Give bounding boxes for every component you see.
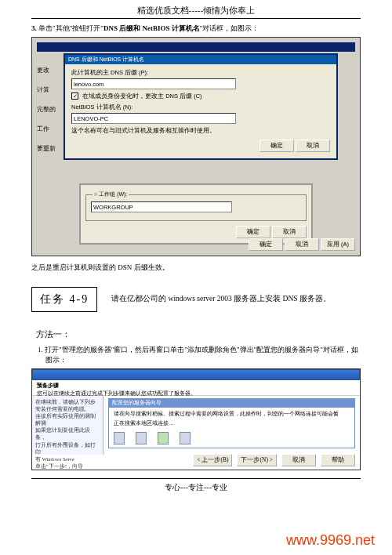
netbios-note: 这个名称可在与旧式计算机及服务相互操作时使用。 xyxy=(71,127,330,135)
netbios-input[interactable] xyxy=(71,113,236,124)
cancel-button[interactable]: 取消 xyxy=(296,140,330,152)
dns-dialog-title: DNS 后缀和 NetBIOS 计算机名 xyxy=(65,55,336,64)
workgroup-dialog: ○ 工作组 (W): 确定 取消 xyxy=(79,183,313,245)
next-button[interactable]: 下一步(N) > xyxy=(237,454,277,466)
workgroup-radio-label[interactable]: ○ 工作组 (W): xyxy=(93,190,129,198)
ok-button[interactable]: 确定 xyxy=(249,238,283,251)
dns-netbios-dialog: DNS 后缀和 NetBIOS 计算机名 此计算机的主 DNS 后缀 (P): … xyxy=(64,53,338,160)
server-icon xyxy=(114,432,125,444)
ok-button[interactable]: 确定 xyxy=(236,226,270,238)
primary-suffix-input[interactable] xyxy=(71,78,236,89)
workgroup-input[interactable] xyxy=(91,201,232,212)
watermark: www.9969.net xyxy=(286,532,375,549)
server-icon xyxy=(136,432,147,444)
change-suffix-label: 在域成员身份变化时，更改主 DNS 后缀 (C) xyxy=(82,92,202,100)
primary-suffix-label: 此计算机的主 DNS 后缀 (P): xyxy=(71,69,330,77)
apply-button[interactable]: 应用 (A) xyxy=(321,238,355,251)
ok-button[interactable]: 确定 xyxy=(260,140,294,152)
wizard-sub-dialog: 配置您的服务器向导 请在向导搜索时稍候。搜索过程中需要的网络设置，此操作时，到您… xyxy=(108,398,355,448)
cancel-button[interactable]: 取消 xyxy=(272,226,307,238)
change-suffix-checkbox[interactable]: ✓ xyxy=(71,92,78,100)
outer-button-row: 确定 取消 应用 (A) xyxy=(37,238,355,251)
outer-titlebar xyxy=(37,42,355,52)
screenshot-dns-dialog: 更改 计算 完整的 工作 要重新 DNS 后缀和 NetBIOS 计算机名 此计… xyxy=(31,37,361,256)
method1-heading: 方法一： xyxy=(36,329,361,340)
page-header: 精选优质文档-----倾情为你奉上 xyxy=(31,0,361,19)
back-button[interactable]: < 上一步(B) xyxy=(193,454,232,466)
help-button[interactable]: 帮助 xyxy=(321,454,355,466)
wizard-sub-title: 配置您的服务器向导 xyxy=(109,399,354,408)
wizard-left-pane: 在继续前，请确认下列步 安装任何需要的电缆。 连接所有实际使用的调制解调 如果您… xyxy=(32,396,103,455)
server-icon xyxy=(180,432,191,444)
method1-step1: 1. 打开"管理您的服务器"窗口，然后再窗口单击"添加或删除角色"弹出"配置您的… xyxy=(45,345,361,365)
cancel-button[interactable]: 取消 xyxy=(281,454,316,466)
netbios-label: NetBIOS 计算机名 (N): xyxy=(71,103,330,111)
wizard-sub-body2: 正在搜索本地区域连接… xyxy=(114,420,350,427)
task-number-box: 任务 4-9 xyxy=(31,287,97,312)
task-description: 请在亿都公司的 windows server 2003 服务器上安装 DNS 服… xyxy=(111,294,331,305)
outer-left-labels: 更改 计算 完整的 工作 要重新 xyxy=(37,66,56,153)
wizard-titlebar xyxy=(32,369,360,380)
after-shot1-text: 之后是重启计算机则设置的 DSN 后缀生效。 xyxy=(31,263,361,273)
wizard-sub-body1: 请在向导搜索时稍候。搜索过程中需要的网络设置，此操作时，到您的一个网络连接可能会… xyxy=(114,411,350,418)
step3-text: 3. 单击"其他"按钮打开"DNS 后缀和 NetBIOS 计算机名"对话框，如… xyxy=(31,24,361,34)
wizard-header-title: 预备步骤 xyxy=(37,383,59,389)
page-footer: 专心---专注---专业 xyxy=(31,478,361,493)
screenshot-wizard: 预备步骤 您可以在继续之前通过完成下列步骤来确认您成功配置了服务器。 在继续前，… xyxy=(31,368,361,470)
cancel-button[interactable]: 取消 xyxy=(285,238,319,251)
server-icon xyxy=(158,432,169,444)
